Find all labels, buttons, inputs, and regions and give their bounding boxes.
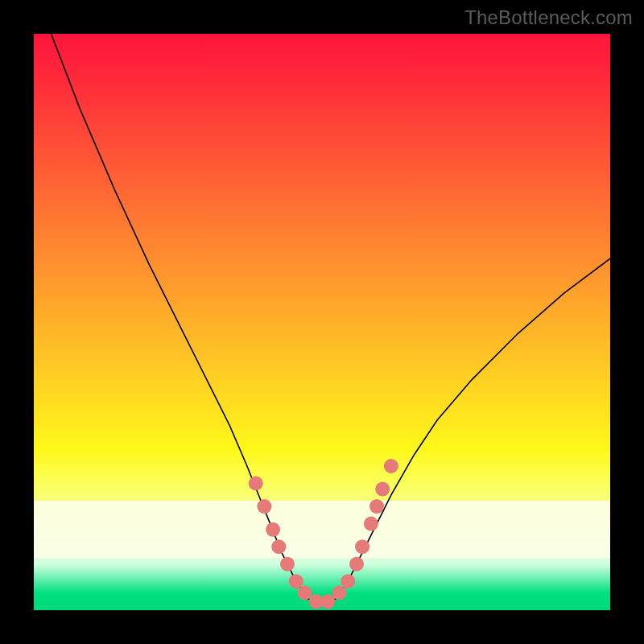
annotation-band <box>34 501 610 559</box>
sample-point <box>375 482 390 497</box>
sample-point <box>271 539 286 554</box>
sample-point <box>280 557 295 572</box>
sample-point <box>384 459 398 473</box>
chart-svg <box>34 34 610 610</box>
sample-point <box>341 574 355 588</box>
sample-point <box>320 594 335 609</box>
watermark-text: TheBottleneck.com <box>464 6 633 29</box>
sample-point <box>266 522 280 537</box>
sample-point <box>257 499 271 514</box>
chart-plot-area <box>34 34 610 610</box>
sample-point <box>355 539 369 554</box>
sample-point <box>364 517 378 531</box>
sample-point <box>349 557 364 572</box>
sample-point <box>249 477 263 491</box>
sample-point <box>369 499 384 514</box>
sample-point <box>289 574 303 588</box>
sample-point <box>332 586 347 601</box>
sample-point <box>298 586 312 601</box>
